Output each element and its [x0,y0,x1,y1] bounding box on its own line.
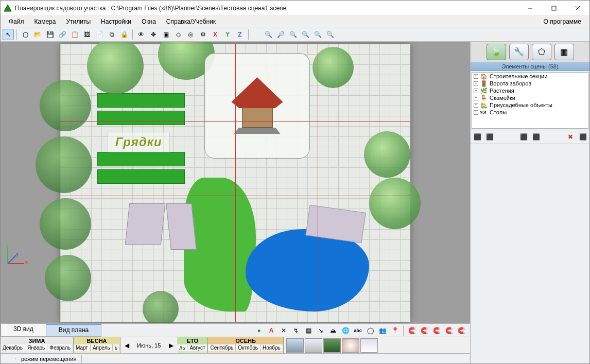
sky-preset-3[interactable] [323,338,341,353]
tab-3d-view[interactable]: 3D вид [1,324,46,337]
menu-windows[interactable]: Окна [136,17,161,26]
tree-item[interactable]: +🪑Скамейки [472,94,588,101]
tree-item[interactable]: +🚪Ворота заборов [472,80,588,87]
mini-btn-3[interactable]: ⬛ [518,131,530,143]
magnet-button-1[interactable]: 🧲 [406,325,418,336]
text-button[interactable]: A [266,325,277,336]
find-button-3[interactable]: 🔍 [287,29,299,40]
bush-object[interactable] [40,80,91,131]
mini-btn-5[interactable]: ⬛ [577,131,588,143]
axis-y-button[interactable]: Y [222,29,233,40]
menu-help[interactable]: Справка/Учебник [161,17,221,26]
people-button[interactable]: 👥 [377,325,388,336]
date-prev-button[interactable]: ◀ [122,340,132,351]
magnet-button-4[interactable]: 🧲 [443,325,455,336]
maximize-button[interactable] [542,1,566,16]
arrow-button[interactable]: ↘ [315,325,326,336]
view-button[interactable]: 👁 [135,29,147,40]
garden-bed[interactable] [97,169,185,184]
abc-button[interactable]: abc [352,325,363,336]
month-oct[interactable]: Октябрь [236,344,261,351]
ring-button[interactable]: ◯ [365,325,376,336]
link-button[interactable]: 🔗 [57,29,68,40]
pin-button[interactable]: 📍 [389,325,401,336]
panel-tab-tools[interactable]: 🔧 [509,44,529,60]
panel-tab-plants[interactable]: 🍃 [487,44,506,60]
month-sep[interactable]: Сентябрь [208,344,236,351]
move-tool[interactable]: ✥ [148,29,159,40]
draw-circle-button[interactable]: ● [253,325,265,336]
bush-object[interactable] [40,198,91,250]
find-button-2[interactable]: 🔎 [275,29,286,40]
month-jan[interactable]: Январь [25,344,47,351]
close-button[interactable] [566,1,589,16]
sky-preset-5[interactable] [360,338,378,353]
new-button[interactable]: ▢ [20,29,31,40]
image-button[interactable]: 🖼 [81,29,93,40]
terrain-button[interactable]: ⛰ [327,325,339,336]
sky-preset-2[interactable] [305,338,322,353]
plan-canvas[interactable]: Грядки [60,44,410,322]
panel-tab-shapes[interactable]: ⬠ [532,44,551,60]
month-apr[interactable]: Апрель [91,344,113,351]
month-dec[interactable]: Декабрь [1,344,25,351]
gear-button[interactable]: ⚙ [197,29,209,40]
menu-about[interactable]: О программе [539,17,586,26]
tree-item[interactable]: +🌿Растения [472,87,588,94]
month-may[interactable]: ь [113,344,120,351]
month-nov[interactable]: Ноябрь [261,344,283,351]
duplicate-button[interactable]: ⧉ [106,29,117,40]
viewport[interactable]: z x y Грядки [1,42,470,323]
month-mar[interactable]: Март [74,344,91,351]
tree-object[interactable] [313,47,354,88]
paste-button[interactable]: 📄 [94,29,105,40]
scene-tree[interactable]: +🏠Строительные секции +🚪Ворота заборов +… [472,72,588,129]
menu-settings[interactable]: Настройки [96,17,136,26]
mini-delete-button[interactable]: ✖ [565,131,576,143]
sky-preset-4[interactable] [342,338,359,353]
find-button-4[interactable]: 🔍 [300,29,311,40]
globe-button[interactable]: 🌐 [340,325,351,336]
magnet-button-3[interactable]: 🧲 [431,325,442,336]
tree-object[interactable] [364,131,410,178]
find-button-1[interactable]: 🔍 [263,29,274,40]
axis-x-button[interactable]: X [210,29,221,40]
bush-object[interactable] [36,136,92,193]
mini-btn-1[interactable]: ⬛ [472,131,483,143]
save-button[interactable]: 💾 [44,29,56,40]
mini-btn-4[interactable]: ⬛ [531,131,542,143]
tree-item[interactable]: +🏠Строительные секции [472,73,588,80]
minimize-button[interactable] [518,1,542,16]
pointer-tool[interactable]: ↖ [3,29,14,40]
open-button[interactable]: 📂 [32,29,43,40]
grid-button[interactable]: ▦ [303,325,314,336]
garden-bed[interactable] [97,93,185,108]
find-button-5[interactable]: 🔍 [312,29,323,40]
mini-btn-2[interactable]: ⬛ [484,131,495,143]
target-tool[interactable]: ◎ [185,29,196,40]
garden-bed[interactable] [97,111,185,125]
magnet-button-2[interactable]: 🧲 [419,325,430,336]
tree-item[interactable]: +🍽Столы [472,109,588,116]
tree-object[interactable] [87,42,144,94]
garden-bed[interactable] [97,152,185,166]
bush-object[interactable] [143,291,179,324]
stone-path[interactable] [125,203,165,245]
clear-button[interactable]: ✕ [278,325,289,336]
select-tool[interactable]: ▣ [160,29,171,40]
month-feb[interactable]: Февраль [47,344,73,351]
house-preview[interactable] [204,53,310,159]
zigzag-button[interactable]: ↯ [290,325,302,336]
month-aug[interactable]: Август [187,344,207,351]
tree-object[interactable] [369,178,421,229]
lock-button[interactable]: 🔒 [118,29,130,40]
panel-tab-objects[interactable]: ▦ [554,44,574,60]
sky-preset-1[interactable] [286,338,304,353]
tree-item[interactable]: +🏡Приусадебные объекты [472,101,588,109]
date-next-button[interactable]: ▶ [166,340,176,351]
menu-utils[interactable]: Утилиты [61,17,96,26]
pick-tool[interactable]: ◇ [172,29,184,40]
bush-object[interactable] [45,255,91,301]
find-button-6[interactable]: 🔍 [324,29,336,40]
menu-camera[interactable]: Камера [29,17,61,26]
